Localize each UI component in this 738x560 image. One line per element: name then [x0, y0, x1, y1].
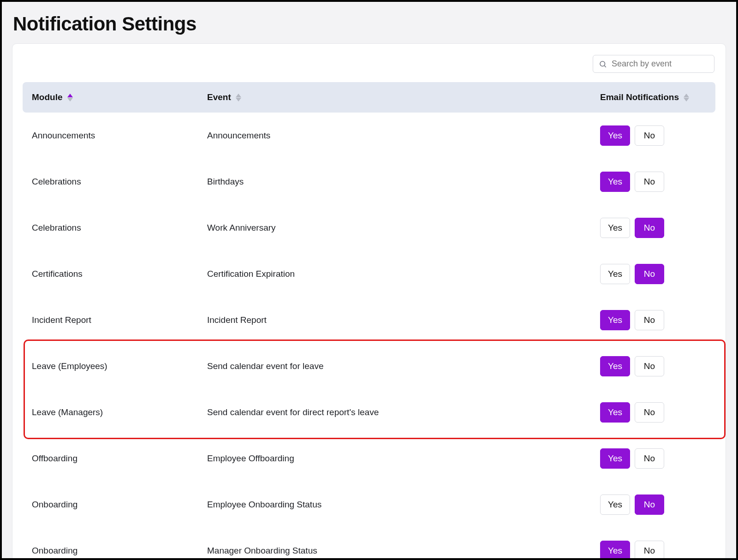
no-button[interactable]: No: [635, 264, 664, 284]
yes-button[interactable]: Yes: [600, 125, 630, 146]
svg-marker-5: [236, 98, 241, 101]
sort-icon: [67, 94, 73, 101]
svg-marker-3: [67, 98, 73, 101]
toggle-group: YesNo: [600, 125, 664, 146]
cell-event: Work Anniversary: [207, 223, 600, 233]
toggle-group: YesNo: [600, 264, 664, 284]
notifications-table: Module Event Email Notifications Announc…: [23, 82, 715, 560]
cell-module: Celebrations: [32, 177, 207, 187]
cell-module: Onboarding: [32, 500, 207, 510]
table-row: Incident ReportIncident ReportYesNo: [23, 297, 715, 343]
yes-button[interactable]: Yes: [600, 448, 630, 469]
cell-module: Announcements: [32, 131, 207, 141]
cell-email-toggle: YesNo: [600, 494, 706, 515]
toggle-group: YesNo: [600, 356, 664, 376]
no-button[interactable]: No: [635, 172, 664, 192]
no-button[interactable]: No: [635, 310, 664, 330]
column-label: Email Notifications: [600, 92, 679, 102]
column-label: Event: [207, 92, 231, 102]
yes-button[interactable]: Yes: [600, 310, 630, 330]
toggle-group: YesNo: [600, 172, 664, 192]
no-button[interactable]: No: [635, 218, 664, 238]
table-row: OnboardingManager Onboarding StatusYesNo: [23, 528, 715, 560]
cell-module: Onboarding: [32, 546, 207, 556]
no-button[interactable]: No: [635, 356, 664, 376]
cell-module: Offboarding: [32, 453, 207, 464]
cell-email-toggle: YesNo: [600, 310, 706, 330]
toggle-group: YesNo: [600, 494, 664, 515]
yes-button[interactable]: Yes: [600, 541, 630, 560]
table-row: Leave (Managers)Send calendar event for …: [23, 389, 715, 435]
cell-module: Incident Report: [32, 315, 207, 325]
cell-module: Leave (Employees): [32, 361, 207, 371]
svg-marker-4: [236, 94, 241, 97]
cell-event: Incident Report: [207, 315, 600, 325]
table-row: CelebrationsBirthdaysYesNo: [23, 159, 715, 205]
settings-card: Module Event Email Notifications Announc…: [12, 43, 726, 560]
cell-email-toggle: YesNo: [600, 125, 706, 146]
svg-line-1: [604, 66, 606, 67]
yes-button[interactable]: Yes: [600, 264, 630, 284]
column-header-event[interactable]: Event: [207, 92, 600, 102]
sort-icon: [684, 94, 689, 101]
table-header: Module Event Email Notifications: [23, 82, 715, 113]
column-header-module[interactable]: Module: [32, 92, 207, 102]
cell-email-toggle: YesNo: [600, 218, 706, 238]
cell-email-toggle: YesNo: [600, 402, 706, 423]
svg-marker-7: [684, 98, 689, 101]
toggle-group: YesNo: [600, 402, 664, 423]
table-row: Leave (Employees)Send calendar event for…: [23, 343, 715, 389]
svg-point-0: [600, 61, 605, 66]
no-button[interactable]: No: [635, 402, 664, 423]
svg-marker-2: [67, 94, 73, 97]
table-row: CertificationsCertification ExpirationYe…: [23, 251, 715, 297]
toggle-group: YesNo: [600, 448, 664, 469]
svg-marker-6: [684, 94, 689, 97]
cell-event: Employee Onboarding Status: [207, 500, 600, 510]
cell-event: Send calendar event for leave: [207, 361, 600, 371]
yes-button[interactable]: Yes: [600, 402, 630, 423]
no-button[interactable]: No: [635, 541, 664, 560]
no-button[interactable]: No: [635, 448, 664, 469]
search-icon: [599, 60, 607, 68]
search-input[interactable]: [612, 59, 708, 69]
table-row: OffboardingEmployee OffboardingYesNo: [23, 435, 715, 482]
cell-email-toggle: YesNo: [600, 264, 706, 284]
table-body: AnnouncementsAnnouncementsYesNoCelebrati…: [23, 113, 715, 560]
cell-event: Send calendar event for direct report's …: [207, 407, 600, 417]
yes-button[interactable]: Yes: [600, 356, 630, 376]
cell-email-toggle: YesNo: [600, 172, 706, 192]
cell-event: Certification Expiration: [207, 269, 600, 279]
cell-email-toggle: YesNo: [600, 448, 706, 469]
toggle-group: YesNo: [600, 218, 664, 238]
no-button[interactable]: No: [635, 494, 664, 515]
table-row: CelebrationsWork AnniversaryYesNo: [23, 205, 715, 251]
cell-module: Leave (Managers): [32, 407, 207, 417]
column-header-email[interactable]: Email Notifications: [600, 92, 706, 102]
page-title: Notification Settings: [2, 13, 736, 43]
yes-button[interactable]: Yes: [600, 494, 630, 515]
yes-button[interactable]: Yes: [600, 218, 630, 238]
cell-event: Employee Offboarding: [207, 453, 600, 464]
cell-module: Certifications: [32, 269, 207, 279]
sort-icon: [236, 94, 241, 101]
cell-event: Announcements: [207, 131, 600, 141]
no-button[interactable]: No: [635, 125, 664, 146]
cell-event: Birthdays: [207, 177, 600, 187]
yes-button[interactable]: Yes: [600, 172, 630, 192]
cell-email-toggle: YesNo: [600, 541, 706, 560]
table-row: AnnouncementsAnnouncementsYesNo: [23, 113, 715, 159]
table-row: OnboardingEmployee Onboarding StatusYesN…: [23, 482, 715, 528]
search-field-wrap[interactable]: [593, 55, 714, 73]
toggle-group: YesNo: [600, 310, 664, 330]
cell-email-toggle: YesNo: [600, 356, 706, 376]
cell-module: Celebrations: [32, 223, 207, 233]
column-label: Module: [32, 92, 63, 102]
toggle-group: YesNo: [600, 541, 664, 560]
cell-event: Manager Onboarding Status: [207, 546, 600, 556]
